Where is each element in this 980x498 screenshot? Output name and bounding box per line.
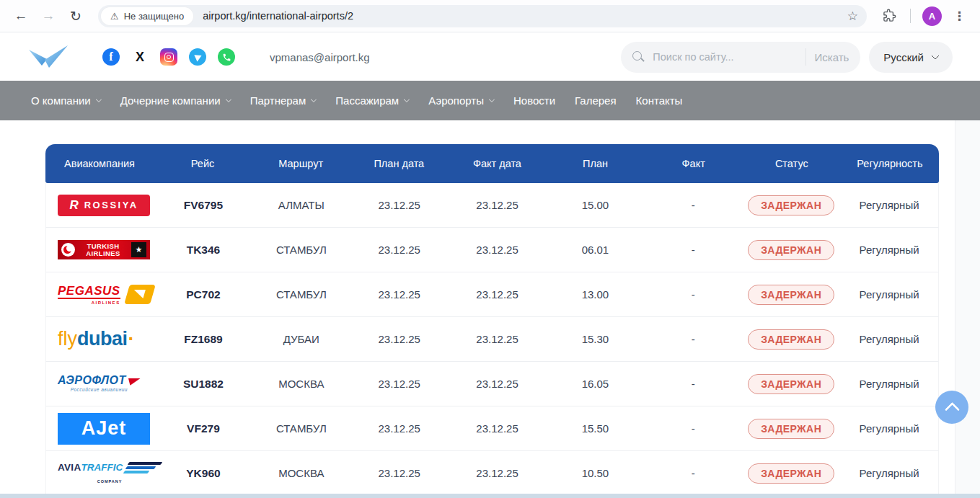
ajet-logo: AJet: [58, 413, 150, 445]
col-flight: Рейс: [154, 158, 252, 169]
plan-date-cell: 23.12.25: [350, 244, 449, 256]
contact-email[interactable]: vpmanas@airport.kg: [270, 51, 370, 63]
fact-time-cell: -: [644, 288, 742, 301]
nav-item-partners[interactable]: Партнерам: [250, 94, 317, 107]
fact-time-cell: -: [644, 467, 742, 479]
plan-time-cell: 15.50: [547, 422, 645, 435]
flight-number-cell: YK960: [154, 467, 252, 480]
security-chip[interactable]: ⚠ Не защищено: [101, 7, 193, 25]
plan-time-cell: 10.50: [547, 467, 645, 479]
nav-item-airports[interactable]: Аэропорты: [428, 94, 494, 107]
bottom-strip: [0, 494, 980, 498]
regularity-cell: Регулярный: [840, 244, 938, 256]
status-cell: ЗАДЕРЖАН: [742, 374, 840, 394]
nav-item-about[interactable]: О компании: [31, 94, 101, 107]
search-input[interactable]: [653, 51, 798, 63]
fact-time-cell: -: [644, 199, 742, 211]
airline-logo-cell: АЭРОФЛОТРоссийские авиалинии: [46, 375, 154, 393]
main-nav: О компании Дочерние компании Партнерам П…: [0, 81, 980, 120]
browser-menu-icon[interactable]: ⋮: [948, 9, 971, 24]
table-row: RROSSIYA FV6795 АЛМАТЫ 23.12.25 23.12.25…: [45, 183, 939, 228]
airline-logo-cell: AJet: [46, 413, 154, 445]
regularity-cell: Регулярный: [840, 333, 938, 345]
pegasus-logo: PEGASUSAIRLINES: [58, 285, 153, 305]
flight-number-cell: SU1882: [154, 378, 252, 391]
fact-date-cell: 23.12.25: [449, 467, 547, 479]
nav-item-news[interactable]: Новости: [513, 94, 555, 107]
flight-number-cell: TK346: [154, 244, 252, 257]
col-regularity: Регулярность: [841, 158, 939, 169]
instagram-icon[interactable]: [160, 48, 177, 66]
status-cell: ЗАДЕРЖАН: [742, 240, 840, 260]
status-badge: ЗАДЕРЖАН: [748, 329, 834, 350]
table-row: АЭРОФЛОТРоссийские авиалинии SU1882 МОСК…: [45, 362, 939, 406]
plan-time-cell: 15.30: [547, 333, 645, 345]
status-badge: ЗАДЕРЖАН: [748, 240, 834, 260]
fact-time-cell: -: [644, 244, 742, 256]
extensions-icon[interactable]: [877, 4, 901, 28]
search-button[interactable]: Искать: [814, 51, 849, 63]
search-divider: [805, 48, 806, 66]
social-links: f X: [102, 48, 235, 66]
col-plan-time: План: [547, 158, 645, 169]
route-cell: ДУБАИ: [252, 333, 350, 345]
table-row: flydubai· FZ1689 ДУБАИ 23.12.25 23.12.25…: [45, 317, 939, 362]
telegram-icon[interactable]: [189, 48, 206, 66]
whatsapp-icon[interactable]: [218, 48, 235, 66]
nav-item-subsidiaries[interactable]: Дочерние компании: [120, 94, 231, 107]
flight-number-cell: FZ1689: [154, 333, 252, 346]
route-cell: СТАМБУЛ: [252, 288, 350, 301]
profile-avatar[interactable]: A: [922, 6, 942, 26]
route-cell: МОСКВА: [252, 467, 350, 479]
fact-date-cell: 23.12.25: [449, 244, 547, 256]
facebook-icon[interactable]: f: [102, 48, 120, 66]
forward-icon[interactable]: →: [36, 4, 61, 28]
airline-logo-cell: AVIATRAFFICCOMPANY: [46, 462, 154, 484]
back-icon[interactable]: ←: [9, 4, 33, 28]
table-row: TURKISHAIRLINES★ TK346 СТАМБУЛ 23.12.25 …: [45, 228, 939, 272]
airline-logo-cell: TURKISHAIRLINES★: [46, 240, 154, 259]
chevron-down-icon: [95, 96, 101, 102]
nav-item-passengers[interactable]: Пассажирам: [335, 94, 409, 107]
status-cell: ЗАДЕРЖАН: [742, 195, 840, 215]
warning-icon: ⚠: [110, 11, 119, 22]
status-cell: ЗАДЕРЖАН: [742, 285, 840, 305]
site-logo[interactable]: [27, 43, 71, 71]
table-row: AJet VF279 СТАМБУЛ 23.12.25 23.12.25 15.…: [45, 406, 939, 451]
col-plan-date: План дата: [350, 158, 448, 169]
regularity-cell: Регулярный: [840, 467, 938, 479]
status-cell: ЗАДЕРЖАН: [742, 329, 840, 350]
regularity-cell: Регулярный: [840, 422, 938, 435]
flight-table-header: Авиакомпания Рейс Маршрут План дата Факт…: [45, 144, 939, 183]
nav-item-gallery[interactable]: Галерея: [575, 94, 617, 107]
regularity-cell: Регулярный: [840, 288, 938, 301]
plan-time-cell: 06.01: [547, 244, 645, 256]
rossiya-logo: RROSSIYA: [58, 195, 150, 216]
fact-date-cell: 23.12.25: [449, 288, 547, 301]
scroll-to-top-button[interactable]: [935, 391, 968, 424]
fact-date-cell: 23.12.25: [449, 333, 547, 345]
x-twitter-icon[interactable]: X: [131, 48, 149, 66]
status-badge: ЗАДЕРЖАН: [748, 285, 834, 305]
language-selector[interactable]: Русский: [869, 42, 953, 73]
plan-date-cell: 23.12.25: [350, 467, 449, 479]
status-badge: ЗАДЕРЖАН: [748, 195, 834, 215]
plan-date-cell: 23.12.25: [350, 333, 449, 345]
route-cell: СТАМБУЛ: [252, 422, 350, 435]
route-cell: МОСКВА: [252, 378, 350, 390]
url-text[interactable]: airport.kg/international-airports/2: [203, 10, 846, 22]
flight-number-cell: VF279: [154, 422, 252, 435]
flight-number-cell: FV6795: [154, 199, 252, 212]
nav-item-contacts[interactable]: Контакты: [636, 94, 683, 107]
status-cell: ЗАДЕРЖАН: [742, 463, 840, 484]
bookmark-star-icon[interactable]: ☆: [846, 9, 860, 24]
plan-date-cell: 23.12.25: [350, 378, 449, 390]
refresh-icon[interactable]: ↻: [63, 4, 88, 28]
turkish-logo: TURKISHAIRLINES★: [58, 240, 150, 259]
flight-table: Авиакомпания Рейс Маршрут План дата Факт…: [45, 144, 939, 496]
search-icon: [632, 51, 645, 63]
table-row: PEGASUSAIRLINES PC702 СТАМБУЛ 23.12.25 2…: [45, 272, 939, 317]
address-bar[interactable]: ⚠ Не защищено airport.kg/international-a…: [98, 5, 867, 27]
chevron-down-icon: [225, 96, 231, 102]
route-cell: АЛМАТЫ: [252, 199, 350, 211]
